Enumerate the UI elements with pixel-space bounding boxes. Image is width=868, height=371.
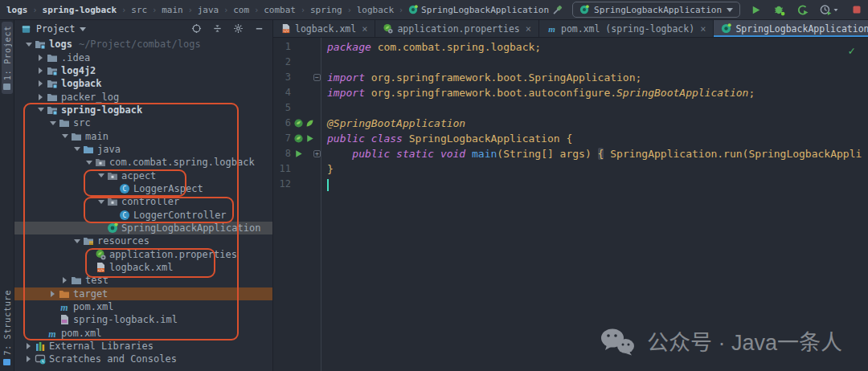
tree-item[interactable]: logs~/Project/combat/logs: [14, 38, 272, 51]
tree-toggle[interactable]: [71, 239, 83, 243]
class-icon: C: [119, 183, 130, 194]
run-configuration-select[interactable]: SpringLogbackApplication: [572, 2, 740, 18]
tree-toggle[interactable]: [35, 80, 47, 87]
tree-toggle[interactable]: [95, 173, 107, 177]
line-number: 5: [273, 100, 291, 116]
tree-item[interactable]: mpom.xml: [14, 327, 272, 340]
tree-item[interactable]: main: [14, 129, 272, 142]
tree-item[interactable]: resources: [14, 234, 272, 247]
editor-tab[interactable]: mpom.xml (spring-logback)×: [539, 20, 714, 37]
tree-toggle[interactable]: [83, 161, 95, 165]
tree-toggle[interactable]: [35, 55, 47, 61]
ide-window: logs›spring-logback›src›main›java›com›co…: [0, 0, 868, 371]
profiler-button[interactable]: [794, 2, 810, 18]
tree-toggle[interactable]: [95, 200, 107, 204]
tree-toggle[interactable]: [59, 277, 71, 283]
tree-item[interactable]: SpringLogbackApplication: [14, 222, 272, 234]
module-folder-icon: [47, 65, 58, 76]
tree-item[interactable]: target: [14, 287, 272, 300]
tree-toggle[interactable]: [71, 147, 83, 151]
gutter-icons[interactable]: [291, 149, 313, 159]
run-with-coverage-button[interactable]: [817, 2, 841, 18]
chevron-down-icon: [727, 8, 733, 12]
hide-panel-button[interactable]: [254, 22, 264, 37]
build-hammer-button[interactable]: [549, 2, 565, 18]
module-folder-icon: [35, 39, 46, 50]
tree-toggle[interactable]: [23, 356, 35, 362]
breadcrumb-item[interactable]: com: [233, 5, 249, 15]
breadcrumb-item[interactable]: src: [131, 5, 147, 15]
tree-item[interactable]: CLoggerAspect: [14, 182, 272, 195]
tree-item[interactable]: controller: [14, 195, 272, 208]
tree-item[interactable]: src: [14, 116, 272, 129]
tree-toggle[interactable]: [47, 291, 59, 297]
breadcrumb-item[interactable]: main: [162, 5, 183, 15]
code-line: 8+ public static void main(String[] args…: [273, 146, 868, 161]
tree-toggle[interactable]: [23, 343, 35, 349]
editor-tab[interactable]: SpringLogbackApplication.java×: [714, 20, 868, 37]
chevron-right-icon: [39, 67, 43, 74]
stop-button[interactable]: [849, 2, 865, 18]
tree-item[interactable]: .idea: [14, 51, 272, 63]
project-view-dropdown[interactable]: Project: [21, 23, 86, 35]
tree-item[interactable]: CLoggerController: [14, 208, 272, 221]
code-token: (String[] args): [497, 148, 597, 160]
run-button[interactable]: [747, 2, 764, 18]
locate-button[interactable]: [191, 22, 202, 37]
stripe-project-button[interactable]: 1: Project: [2, 22, 13, 94]
tree-item[interactable]: packer_log: [14, 90, 272, 103]
run-toolbar: SpringLogbackApplication文A: [549, 2, 868, 18]
breadcrumb-item[interactable]: spring: [310, 5, 342, 15]
tree-toggle[interactable]: [35, 67, 47, 74]
tree-item[interactable]: application.properties: [14, 248, 272, 261]
tree-item[interactable]: log4j2: [14, 64, 272, 77]
tree-item[interactable]: java: [14, 143, 272, 156]
breadcrumb-item[interactable]: logback: [357, 5, 394, 15]
fold-marker-icon[interactable]: +: [313, 150, 321, 157]
tree-item[interactable]: logback: [14, 77, 272, 90]
tree-item[interactable]: </>logback.xml: [14, 261, 272, 274]
excluded-folder-icon: [59, 288, 70, 300]
stripe-structure-button[interactable]: 7: Structure: [2, 286, 13, 369]
tree-toggle[interactable]: [47, 121, 59, 125]
editor-tab[interactable]: </>logback.xml×: [273, 20, 375, 37]
chevron-right-icon: [39, 80, 43, 87]
close-tab-icon[interactable]: ×: [526, 24, 531, 34]
close-tab-icon[interactable]: ×: [362, 24, 367, 34]
breadcrumb-item[interactable]: logs: [6, 5, 28, 15]
breadcrumb-item[interactable]: combat: [264, 5, 296, 15]
editor-tab[interactable]: application.properties×: [375, 20, 539, 37]
gutter-icons[interactable]: [291, 133, 313, 144]
tree-toggle[interactable]: [59, 134, 71, 138]
tree-item[interactable]: spring-logback: [14, 104, 272, 116]
debug-button[interactable]: [771, 2, 787, 18]
tree-item[interactable]: Scratches and Consoles: [14, 353, 272, 365]
tree-item-label: logback.xml: [109, 262, 173, 273]
gutter-icons[interactable]: [291, 118, 313, 128]
panel-settings-button[interactable]: [233, 22, 244, 37]
breadcrumb-item[interactable]: java: [198, 5, 219, 15]
tree-item[interactable]: External Libraries: [14, 340, 272, 353]
tree-toggle[interactable]: [35, 94, 47, 100]
fold-column: −: [313, 74, 321, 81]
tree-item[interactable]: spring-logback.iml: [14, 313, 272, 326]
tree-item[interactable]: com.combat.spring.logback: [14, 156, 272, 169]
collapse-all-button[interactable]: [212, 22, 223, 37]
fold-marker-icon[interactable]: −: [313, 74, 321, 81]
tree-item[interactable]: mpom.xml: [14, 300, 272, 313]
close-tab-icon[interactable]: ×: [700, 24, 706, 34]
tree-toggle[interactable]: [35, 108, 47, 112]
line-number: 4: [273, 85, 291, 100]
chevron-right-icon: [39, 94, 43, 100]
breadcrumb-item[interactable]: spring-logback: [43, 5, 117, 15]
project-stripe-icon: [3, 84, 10, 90]
folder-icon: [47, 92, 58, 103]
tree-item-label: LoggerController: [133, 210, 227, 221]
tree-item[interactable]: acpect: [14, 169, 272, 181]
properties-file-icon: [383, 23, 393, 34]
tree-item[interactable]: test: [14, 274, 272, 287]
stripe-project-label: 1: Project: [2, 26, 12, 80]
tree-toggle[interactable]: [23, 43, 35, 47]
breadcrumb-item[interactable]: SpringLogbackApplication: [408, 5, 549, 15]
code-editor[interactable]: ✓ 1package com.combat.spring.logback;23−…: [273, 38, 868, 371]
